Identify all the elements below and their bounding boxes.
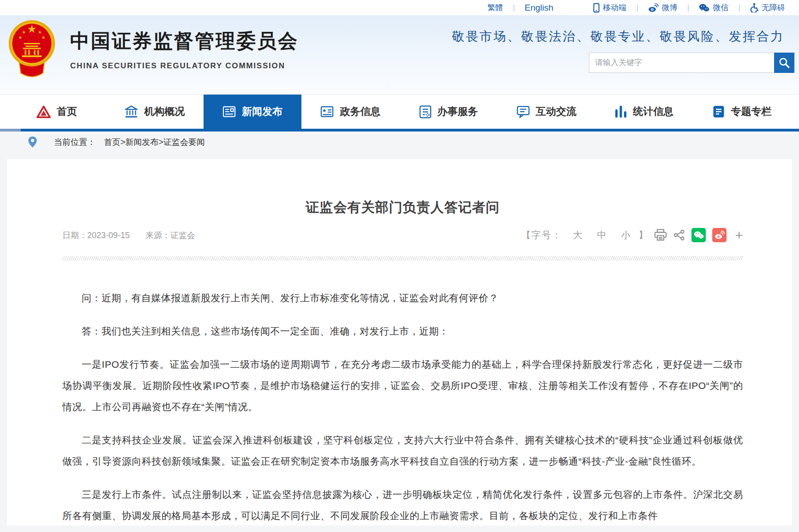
wheelchair-icon xyxy=(750,3,758,12)
nav-tab-label: 专题专栏 xyxy=(731,105,771,119)
location-pin-icon xyxy=(28,136,37,148)
nav-tab-news[interactable]: 新闻发布 xyxy=(204,95,301,129)
search-icon xyxy=(778,57,790,69)
separator: ｜ xyxy=(511,3,517,12)
csrc-logo-icon xyxy=(36,105,51,119)
nav-tab-home[interactable]: 首页 xyxy=(8,95,106,129)
nav-tab-about[interactable]: 机构概况 xyxy=(106,95,204,129)
link-mobile[interactable]: 移动端 xyxy=(593,2,626,13)
search-input[interactable] xyxy=(589,53,774,73)
breadcrumb-link-csrc-news[interactable]: 证监会要闻 xyxy=(163,137,205,148)
font-size-large-button[interactable]: 大 xyxy=(573,229,582,241)
font-size-label-close: 】 xyxy=(638,229,648,241)
separator: ｜ xyxy=(685,3,692,12)
weibo-icon xyxy=(648,3,659,12)
more-tools-button[interactable]: + xyxy=(735,228,743,242)
share-button[interactable] xyxy=(673,229,685,241)
article-title: 证监会有关部门负责人答记者问 xyxy=(62,198,743,217)
breadcrumb-separator: > xyxy=(120,137,126,147)
weibo-icon xyxy=(715,231,725,239)
mobile-phone-icon xyxy=(593,3,600,13)
chat-icon xyxy=(517,106,530,118)
link-wechat-label: 微信 xyxy=(713,2,728,13)
share-wechat-button[interactable] xyxy=(691,228,706,242)
nav-tab-label: 首页 xyxy=(57,105,77,119)
print-button[interactable] xyxy=(654,229,667,241)
gov-info-icon xyxy=(320,106,334,118)
wechat-icon xyxy=(699,3,709,12)
article-paragraph: 答：我们也关注到相关信息，这些市场传闻不一定全面、准确，对发行上市，近期： xyxy=(62,321,743,342)
nav-tab-statistics[interactable]: 统计信息 xyxy=(595,95,693,129)
national-emblem-logo xyxy=(7,18,56,82)
nav-tab-label: 机构概况 xyxy=(144,105,185,119)
main-nav: 首页 机构概况 新闻发布 政务信息 办事服务 xyxy=(0,94,799,129)
article-tools: 【字号： 大 中 小 】 xyxy=(521,228,743,242)
article-meta-row: 日期：2023-09-15 来源：证监会 【字号： 大 中 小 】 xyxy=(62,228,743,242)
separator: ｜ xyxy=(634,3,641,12)
nav-tab-label: 互动交流 xyxy=(536,105,577,119)
special-column-icon xyxy=(713,105,725,118)
bar-chart-icon xyxy=(615,105,627,118)
nav-tab-label: 办事服务 xyxy=(438,105,478,119)
nav-tab-interaction[interactable]: 互动交流 xyxy=(498,95,595,129)
link-mobile-label: 移动端 xyxy=(603,2,626,13)
nav-tab-gov-info[interactable]: 政务信息 xyxy=(301,95,399,129)
org-name-en: CHINA SECURITIES REGULATORY COMMISSION xyxy=(70,61,299,71)
font-size-label: 【字号： xyxy=(521,229,562,241)
article-source: 来源：证监会 xyxy=(145,230,195,241)
search-button[interactable] xyxy=(774,53,794,73)
link-accessibility[interactable]: 无障碍 xyxy=(750,2,785,13)
nav-accent-bar xyxy=(0,129,799,132)
bank-icon xyxy=(125,105,138,119)
breadcrumb-link-home[interactable]: 首页 xyxy=(104,137,120,148)
nav-tab-services[interactable]: 办事服务 xyxy=(400,95,498,129)
search-box xyxy=(589,53,794,73)
breadcrumb-label: 当前位置： xyxy=(54,137,96,148)
link-english[interactable]: English xyxy=(525,3,553,13)
header-slogan: 敬畏市场、敬畏法治、敬畏专业、敬畏风险、发挥合力 xyxy=(452,28,784,45)
breadcrumb-link-news[interactable]: 新闻发布 xyxy=(126,137,159,148)
news-icon xyxy=(222,106,236,118)
csrc-homepage: 繁體 ｜ English 移动端 ｜ 微博 ｜ 微信 ｜ xyxy=(0,0,799,532)
article-paragraph: 问：近期，有自媒体报道新股发行上市关闸、发行上市标准变化等情况，证监会对此有何评… xyxy=(62,287,743,309)
site-header: 中国证券监督管理委员会 CHINA SECURITIES REGULATORY … xyxy=(0,15,799,94)
breadcrumb-separator: > xyxy=(159,137,164,147)
article-paragraph: 三是发行上市条件。试点注册制以来，证监会坚持信息披露为核心，进一步明确板块定位，… xyxy=(62,484,743,526)
service-icon xyxy=(419,105,432,119)
link-traditional-chinese[interactable]: 繁體 xyxy=(487,2,503,13)
breadcrumb: 当前位置： 首页 > 新闻发布 > 证监会要闻 xyxy=(0,132,799,153)
article-card: 证监会有关部门负责人答记者问 日期：2023-09-15 来源：证监会 【字号：… xyxy=(7,159,792,526)
hatched-divider xyxy=(62,256,743,261)
separator: ｜ xyxy=(736,3,743,12)
share-weibo-button[interactable] xyxy=(712,228,727,242)
nav-tab-special-columns[interactable]: 专题专栏 xyxy=(693,95,791,129)
article-paragraph: 一是IPO发行节奏。证监会加强一二级市场的逆周期调节，在充分考虑二级市场承受能力… xyxy=(62,354,743,418)
top-utility-bar: 繁體 ｜ English 移动端 ｜ 微博 ｜ 微信 ｜ xyxy=(0,0,799,15)
org-name-cn: 中国证券监督管理委员会 xyxy=(70,28,299,54)
article-paragraph: 二是支持科技企业发展。证监会深入推进科创板建设，坚守科创板定位，支持六大行业中符… xyxy=(62,430,743,472)
org-title-block: 中国证券监督管理委员会 CHINA SECURITIES REGULATORY … xyxy=(70,28,299,71)
nav-tab-label: 新闻发布 xyxy=(242,105,282,119)
article-date: 日期：2023-09-15 xyxy=(62,230,130,241)
article-body: 问：近期，有自媒体报道新股发行上市关闸、发行上市标准变化等情况，证监会对此有何评… xyxy=(62,287,743,526)
article-meta: 日期：2023-09-15 来源：证监会 xyxy=(62,230,195,241)
font-size-medium-button[interactable]: 中 xyxy=(597,229,606,241)
nav-tab-label: 统计信息 xyxy=(633,105,673,119)
font-size-small-button[interactable]: 小 xyxy=(621,229,630,241)
link-accessibility-label: 无障碍 xyxy=(762,2,785,13)
nav-tab-label: 政务信息 xyxy=(340,105,380,119)
link-wechat[interactable]: 微信 xyxy=(699,2,728,13)
wechat-icon xyxy=(694,231,704,239)
link-weibo[interactable]: 微博 xyxy=(648,2,678,13)
link-weibo-label: 微博 xyxy=(662,2,678,13)
